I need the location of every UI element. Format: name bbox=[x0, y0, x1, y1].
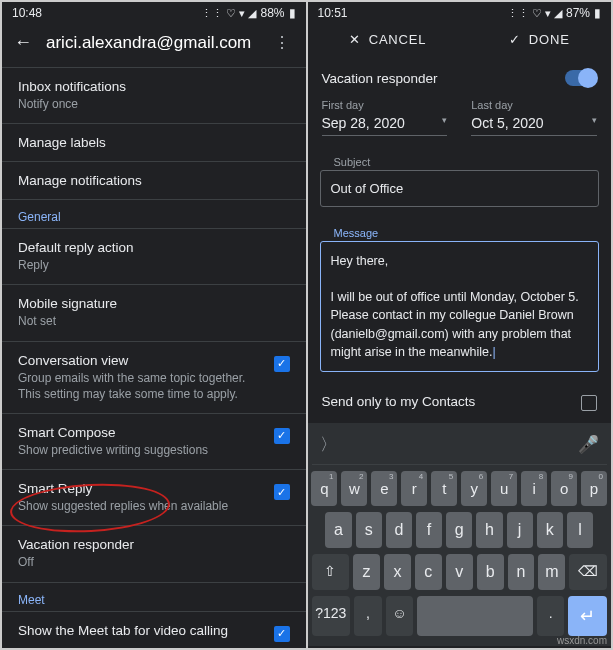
status-bar: 10:51 ⋮⋮ ♡ ▾ ◢ 87% ▮ bbox=[308, 2, 612, 22]
key-l[interactable]: l bbox=[567, 512, 593, 548]
status-bar: 10:48 ⋮⋮ ♡ ▾ ◢ 88% ▮ bbox=[2, 2, 306, 22]
key-w[interactable]: w2 bbox=[341, 471, 367, 506]
settings-item[interactable]: Conversation viewGroup emails with the s… bbox=[2, 341, 306, 413]
key-m[interactable]: m bbox=[538, 554, 565, 590]
close-icon: ✕ bbox=[349, 32, 361, 47]
key-j[interactable]: j bbox=[507, 512, 533, 548]
key-space[interactable] bbox=[417, 596, 533, 636]
section-header-general: General bbox=[2, 199, 306, 228]
status-time: 10:48 bbox=[12, 6, 42, 20]
status-battery: 88% bbox=[260, 6, 284, 20]
checkbox[interactable]: ✓ bbox=[274, 626, 290, 642]
action-bar: ✕ CANCEL ✓ DONE bbox=[308, 22, 612, 59]
contacts-checkbox[interactable] bbox=[581, 395, 597, 411]
expand-icon[interactable]: 〉 bbox=[320, 433, 337, 456]
key-backspace[interactable]: ⌫ bbox=[569, 554, 607, 590]
app-bar: ← arici.alexandra@gmail.com ⋮ bbox=[2, 22, 306, 67]
key-a[interactable]: a bbox=[325, 512, 351, 548]
settings-item[interactable]: Vacation responderOff bbox=[2, 525, 306, 581]
key-n[interactable]: n bbox=[508, 554, 535, 590]
settings-item[interactable]: Default reply actionReply bbox=[2, 228, 306, 284]
key-z[interactable]: z bbox=[353, 554, 380, 590]
settings-item[interactable]: Show the Meet tab for video calling✓ bbox=[2, 611, 306, 649]
mic-icon[interactable]: 🎤 bbox=[578, 434, 599, 455]
key-e[interactable]: e3 bbox=[371, 471, 397, 506]
settings-item[interactable]: Inbox notificationsNotify once bbox=[2, 67, 306, 123]
status-battery: 87% bbox=[566, 6, 590, 20]
cancel-button[interactable]: ✕ CANCEL bbox=[349, 32, 426, 47]
key-f[interactable]: f bbox=[416, 512, 442, 548]
settings-item[interactable]: Manage notifications bbox=[2, 161, 306, 199]
key-shift[interactable]: ⇧ bbox=[312, 554, 350, 590]
first-day-field[interactable]: First day Sep 28, 2020▾ bbox=[322, 99, 448, 136]
key-emoji[interactable]: ☺ bbox=[386, 596, 414, 636]
checkbox[interactable]: ✓ bbox=[274, 356, 290, 372]
dropdown-icon: ▾ bbox=[442, 115, 447, 131]
overflow-menu-icon[interactable]: ⋮ bbox=[270, 33, 294, 52]
key-x[interactable]: x bbox=[384, 554, 411, 590]
key-k[interactable]: k bbox=[537, 512, 563, 548]
vacation-toggle-row: Vacation responder bbox=[308, 59, 612, 97]
vacation-toggle-label: Vacation responder bbox=[322, 71, 438, 86]
page-title: arici.alexandra@gmail.com bbox=[46, 33, 256, 53]
date-range: First day Sep 28, 2020▾ Last day Oct 5, … bbox=[308, 97, 612, 144]
back-icon[interactable]: ← bbox=[14, 32, 32, 53]
done-button[interactable]: ✓ DONE bbox=[509, 32, 570, 47]
dropdown-icon: ▾ bbox=[592, 115, 597, 131]
vacation-toggle[interactable] bbox=[565, 70, 597, 86]
key-c[interactable]: c bbox=[415, 554, 442, 590]
key-i[interactable]: i8 bbox=[521, 471, 547, 506]
checkbox[interactable]: ✓ bbox=[274, 484, 290, 500]
status-icons: ⋮⋮ ♡ ▾ ◢ bbox=[507, 7, 562, 20]
section-header-meet: Meet bbox=[2, 582, 306, 611]
key-p[interactable]: p0 bbox=[581, 471, 607, 506]
nav-bar: ▽ ○ ▢ bbox=[308, 646, 612, 648]
settings-item[interactable]: Smart ComposeShow predictive writing sug… bbox=[2, 413, 306, 469]
key-enter[interactable]: ↵ bbox=[568, 596, 607, 636]
settings-screen: 10:48 ⋮⋮ ♡ ▾ ◢ 88% ▮ ← arici.alexandra@g… bbox=[2, 2, 306, 648]
key-comma[interactable]: , bbox=[354, 596, 382, 636]
settings-item[interactable]: Smart ReplyShow suggested replies when a… bbox=[2, 469, 306, 525]
key-h[interactable]: h bbox=[476, 512, 502, 548]
key-d[interactable]: d bbox=[386, 512, 412, 548]
key-v[interactable]: v bbox=[446, 554, 473, 590]
suggestion-bar: 〉 🎤 bbox=[312, 429, 608, 465]
vacation-responder-screen: 10:51 ⋮⋮ ♡ ▾ ◢ 87% ▮ ✕ CANCEL ✓ DONE Vac… bbox=[308, 2, 612, 648]
message-field[interactable]: Message Hey there, I will be out of offi… bbox=[320, 223, 600, 372]
key-y[interactable]: y6 bbox=[461, 471, 487, 506]
key-g[interactable]: g bbox=[446, 512, 472, 548]
settings-item[interactable]: Mobile signatureNot set bbox=[2, 284, 306, 340]
subject-field[interactable]: Subject Out of Office bbox=[320, 152, 600, 207]
status-time: 10:51 bbox=[318, 6, 348, 20]
key-b[interactable]: b bbox=[477, 554, 504, 590]
key-s[interactable]: s bbox=[356, 512, 382, 548]
key-u[interactable]: u7 bbox=[491, 471, 517, 506]
last-day-field[interactable]: Last day Oct 5, 2020▾ bbox=[471, 99, 597, 136]
settings-item[interactable]: Manage labels bbox=[2, 123, 306, 161]
status-icons: ⋮⋮ ♡ ▾ ◢ bbox=[201, 7, 256, 20]
key-symbols[interactable]: ?123 bbox=[312, 596, 351, 636]
keyboard: 〉 🎤 q1w2e3r4t5y6u7i8o9p0 asdfghjkl ⇧zxcv… bbox=[308, 423, 612, 646]
battery-icon: ▮ bbox=[289, 6, 296, 20]
key-t[interactable]: t5 bbox=[431, 471, 457, 506]
watermark: wsxdn.com bbox=[557, 635, 607, 646]
settings-list: Inbox notificationsNotify onceManage lab… bbox=[2, 67, 306, 648]
key-r[interactable]: r4 bbox=[401, 471, 427, 506]
checkbox[interactable]: ✓ bbox=[274, 428, 290, 444]
key-o[interactable]: o9 bbox=[551, 471, 577, 506]
check-icon: ✓ bbox=[509, 32, 521, 47]
key-q[interactable]: q1 bbox=[311, 471, 337, 506]
send-only-contacts-row[interactable]: Send only to my Contacts bbox=[308, 380, 612, 423]
key-period[interactable]: . bbox=[537, 596, 565, 636]
battery-icon: ▮ bbox=[594, 6, 601, 20]
